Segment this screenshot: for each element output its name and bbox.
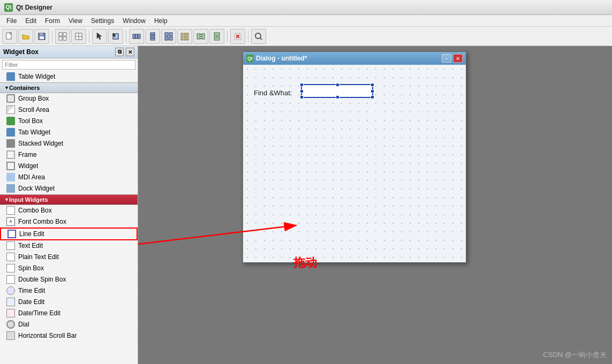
list-item-dock-widget[interactable]: Dock Widget	[0, 183, 138, 194]
list-item-text-edit[interactable]: Text Edit	[0, 240, 138, 252]
menu-help[interactable]: Help	[150, 16, 172, 26]
stacked-widget-label: Stacked Widget	[18, 140, 63, 147]
dialog-title-left: Qt Dialog - untitled*	[246, 55, 307, 62]
toolbar-layout-h[interactable]	[129, 29, 144, 44]
date-edit-icon	[6, 298, 15, 306]
toolbar-preview[interactable]	[251, 29, 266, 44]
toolbar-layout-splitter-v[interactable]	[209, 29, 224, 44]
category-input-widgets[interactable]: ▼ Input Widgets	[0, 194, 138, 205]
list-item-table-widget[interactable]: Table Widget	[0, 71, 138, 82]
line-edit-widget[interactable]	[301, 84, 373, 98]
toolbar-layout-splitter-h[interactable]	[193, 29, 208, 44]
menu-edit[interactable]: Edit	[21, 16, 41, 26]
toolbar-sep-3	[126, 30, 126, 43]
toolbar-open[interactable]	[18, 29, 33, 44]
widget-icon	[6, 162, 15, 170]
svg-rect-19	[150, 35, 155, 37]
list-item-widget[interactable]: Widget	[0, 161, 138, 172]
list-item-horizontal-scroll-bar[interactable]: Horizontal Scroll Bar	[0, 330, 138, 342]
toolbar-layout-form[interactable]	[177, 29, 192, 44]
toolbar-layout-v[interactable]	[145, 29, 160, 44]
category-arrow-input: ▼	[4, 197, 9, 202]
dialog-qt-icon: Qt	[246, 55, 254, 62]
widget-box-title: Widget Box	[3, 48, 39, 56]
menu-form[interactable]: Form	[41, 16, 64, 26]
datetime-edit-label: Date/Time Edit	[18, 309, 61, 317]
widget-label: Widget	[18, 162, 38, 170]
find-what-label: Find &What:	[254, 89, 292, 97]
time-edit-icon	[6, 286, 15, 295]
tool-box-icon	[6, 117, 15, 125]
title-bar: Qt Qt Designer	[0, 0, 612, 15]
combo-box-icon	[6, 206, 15, 215]
svg-rect-30	[184, 39, 188, 40]
list-item-double-spin-box[interactable]: Double Spin Box	[0, 274, 138, 285]
tab-widget-label: Tab Widget	[18, 128, 50, 136]
list-item-group-box[interactable]: Group Box	[0, 93, 138, 104]
list-item-tool-box[interactable]: Tool Box	[0, 116, 138, 127]
svg-rect-7	[59, 37, 62, 40]
toolbar-object-inspector[interactable]	[71, 29, 86, 44]
list-item-dial[interactable]: Dial	[0, 319, 138, 330]
list-item-stacked-widget[interactable]: Stacked Widget	[0, 138, 138, 149]
svg-rect-23	[165, 37, 168, 40]
list-item-plain-text-edit[interactable]: Plain Text Edit	[0, 252, 138, 263]
menu-window[interactable]: Window	[118, 16, 150, 26]
toolbar-widget-box[interactable]	[55, 29, 70, 44]
group-box-label: Group Box	[18, 95, 49, 102]
toolbar-pointer-tool[interactable]	[92, 29, 107, 44]
list-item-spin-box[interactable]: Spin Box	[0, 263, 138, 274]
list-item-tab-widget[interactable]: Tab Widget	[0, 127, 138, 138]
handle-bc	[336, 95, 339, 99]
handle-mr	[371, 89, 374, 93]
dialog-close-button[interactable]: ✕	[453, 54, 463, 63]
dial-label: Dial	[18, 321, 29, 328]
double-spin-box-label: Double Spin Box	[18, 276, 66, 283]
horizontal-scroll-bar-icon	[6, 331, 15, 340]
toolbar-widget-tool[interactable]	[108, 29, 123, 44]
handle-tc	[336, 83, 339, 87]
dialog-minimize-button[interactable]: −	[442, 54, 451, 63]
group-box-icon	[6, 94, 15, 103]
list-item-date-edit[interactable]: Date Edit	[0, 297, 138, 308]
toolbar-break-layout[interactable]	[230, 29, 245, 44]
svg-rect-27	[181, 36, 183, 37]
list-item-font-combo-box[interactable]: A Font Combo Box	[0, 216, 138, 228]
menu-view[interactable]: View	[64, 16, 87, 26]
tab-widget-icon	[6, 128, 15, 136]
list-item-datetime-edit[interactable]: Date/Time Edit	[0, 308, 138, 319]
list-item-combo-box[interactable]: Combo Box	[0, 205, 138, 216]
toolbar-sep-1	[52, 30, 52, 43]
svg-marker-12	[97, 33, 102, 40]
widget-box-header: Widget Box ⧉ ✕	[0, 46, 138, 58]
category-arrow-containers: ▼	[4, 85, 9, 90]
toolbar-sep-5	[248, 30, 248, 43]
toolbar-new[interactable]	[2, 29, 17, 44]
toolbar-save[interactable]	[34, 29, 49, 44]
close-button[interactable]: ✕	[126, 48, 134, 56]
svg-rect-6	[63, 33, 66, 36]
svg-rect-24	[169, 37, 172, 40]
category-containers[interactable]: ▼ Containers	[0, 82, 138, 93]
handle-bl	[300, 95, 304, 99]
menu-file[interactable]: File	[2, 16, 21, 26]
dialog-window: Qt Dialog - untitled* − ✕ Find &What:	[243, 51, 466, 263]
svg-rect-16	[135, 34, 138, 39]
mdi-area-icon	[6, 173, 15, 181]
restore-button[interactable]: ⧉	[115, 48, 124, 56]
list-item-line-edit[interactable]: Line Edit	[0, 228, 138, 240]
font-combo-box-icon: A	[6, 217, 15, 226]
list-item-scroll-area[interactable]: Scroll Area	[0, 104, 138, 116]
double-spin-box-icon	[6, 275, 15, 284]
list-item-frame[interactable]: Frame	[0, 149, 138, 161]
svg-rect-26	[184, 33, 188, 35]
mdi-area-label: MDI Area	[18, 173, 45, 181]
list-item-mdi-area[interactable]: MDI Area	[0, 172, 138, 183]
dialog-title-text: Dialog - untitled*	[256, 55, 307, 62]
list-item-time-edit[interactable]: Time Edit	[0, 285, 138, 297]
stacked-widget-icon	[6, 139, 15, 148]
filter-input[interactable]	[2, 60, 135, 70]
dialog-titlebar: Qt Dialog - untitled* − ✕	[243, 52, 466, 65]
menu-settings[interactable]: Settings	[87, 16, 118, 26]
toolbar-layout-grid[interactable]	[161, 29, 176, 44]
